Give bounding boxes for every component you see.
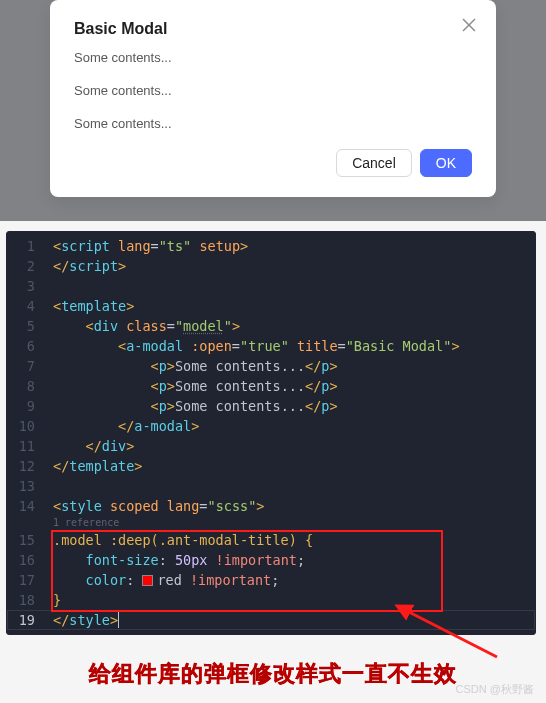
- line-number: 7: [7, 356, 45, 376]
- modal-content-line: Some contents...: [74, 116, 472, 131]
- modal-content-line: Some contents...: [74, 83, 472, 98]
- cancel-button[interactable]: Cancel: [336, 149, 412, 177]
- line-number: 18: [7, 590, 45, 610]
- line-number: 16: [7, 550, 45, 570]
- line-number: 13: [7, 476, 45, 496]
- code-line-5[interactable]: 5 <div class="model">: [7, 316, 535, 336]
- line-number: 3: [7, 276, 45, 296]
- line-number: 4: [7, 296, 45, 316]
- modal-backdrop: Basic Modal Some contents... Some conten…: [0, 0, 546, 221]
- code-line-14[interactable]: 14 <style scoped lang="scss">: [7, 496, 535, 516]
- ok-button[interactable]: OK: [420, 149, 472, 177]
- watermark-text: CSDN @秋野酱: [456, 682, 534, 697]
- code-line-2[interactable]: 2 </script>: [7, 256, 535, 276]
- line-number: 12: [7, 456, 45, 476]
- code-line-9[interactable]: 9 <p>Some contents...</p>: [7, 396, 535, 416]
- line-number: 19: [7, 610, 45, 630]
- code-line-11[interactable]: 11 </div>: [7, 436, 535, 456]
- code-line-17[interactable]: 17 color: red !important;: [7, 570, 535, 590]
- code-line-4[interactable]: 4 <template>: [7, 296, 535, 316]
- line-number: 5: [7, 316, 45, 336]
- code-line-16[interactable]: 16 font-size: 50px !important;: [7, 550, 535, 570]
- line-number: 11: [7, 436, 45, 456]
- code-line-13[interactable]: 13: [7, 476, 535, 496]
- line-number: 17: [7, 570, 45, 590]
- color-swatch-icon: [142, 575, 153, 586]
- code-line-18[interactable]: 18 }: [7, 590, 535, 610]
- line-number: 14: [7, 496, 45, 516]
- modal-dialog: Basic Modal Some contents... Some conten…: [50, 0, 496, 197]
- line-number: 6: [7, 336, 45, 356]
- code-line-3[interactable]: 3: [7, 276, 535, 296]
- code-line-12[interactable]: 12 </template>: [7, 456, 535, 476]
- modal-footer: Cancel OK: [74, 149, 472, 177]
- code-line-6[interactable]: 6 <a-modal :open="true" title="Basic Mod…: [7, 336, 535, 356]
- code-editor[interactable]: 1 <script lang="ts" setup> 2 </script> 3…: [6, 231, 536, 635]
- code-line-8[interactable]: 8 <p>Some contents...</p>: [7, 376, 535, 396]
- modal-body: Some contents... Some contents... Some c…: [74, 50, 472, 131]
- code-reference-hint[interactable]: 1 reference: [7, 516, 535, 530]
- code-line-7[interactable]: 7 <p>Some contents...</p>: [7, 356, 535, 376]
- code-line-15[interactable]: 15 .model :deep(.ant-modal-title) {: [7, 530, 535, 550]
- modal-content-line: Some contents...: [74, 50, 472, 65]
- code-line-10[interactable]: 10 </a-modal>: [7, 416, 535, 436]
- line-number: 8: [7, 376, 45, 396]
- line-number: 15: [7, 530, 45, 550]
- line-number: 9: [7, 396, 45, 416]
- code-line-1[interactable]: 1 <script lang="ts" setup>: [7, 236, 535, 256]
- line-number: 1: [7, 236, 45, 256]
- line-number: 2: [7, 256, 45, 276]
- close-icon[interactable]: [458, 14, 480, 36]
- code-line-19[interactable]: 19 </style>: [7, 610, 535, 630]
- line-number: 10: [7, 416, 45, 436]
- modal-title: Basic Modal: [74, 20, 472, 38]
